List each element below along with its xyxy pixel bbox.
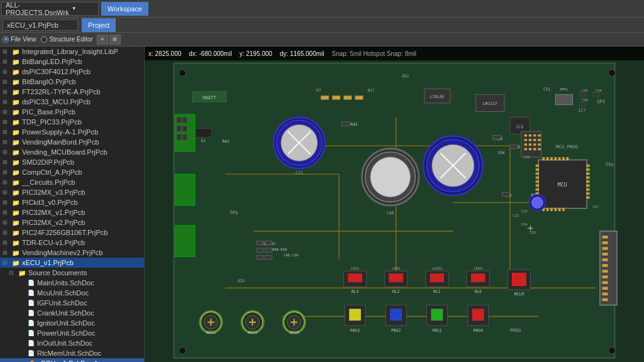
svg-rect-160 <box>472 309 484 321</box>
tree-item-dspic33[interactable]: ⊞ 📁 dsPIC33_MCU.PrjPcb <box>0 97 144 107</box>
tree-label: BitBangIO.PrjPcb <box>22 78 76 85</box>
tree-item-pic32mx-v2[interactable]: ⊞ 📁 PIC32MX_v2.PrjPcb <box>0 217 144 228</box>
tree-item-bitbangio[interactable]: ⊞ 📁 BitBangIO.PrjPcb <box>0 77 144 87</box>
svg-rect-144 <box>471 274 485 282</box>
svg-rect-140 <box>430 274 444 282</box>
svg-text:VBATT: VBATT <box>203 95 216 101</box>
svg-rect-107 <box>265 241 272 244</box>
doc-icon-main: 📄 <box>26 278 35 287</box>
structure-editor-radio[interactable]: Structure Editor <box>41 36 92 43</box>
folder-icon: 📁 <box>11 158 20 167</box>
tree-item-pickit3[interactable]: ⊞ 📁 PICkit3_v0.PrjPcb <box>0 197 144 207</box>
expand-icon: ⊞ <box>3 239 11 246</box>
tree-item-circuits[interactable]: ⊞ 📁 __Circuits.PrjPcb <box>0 177 144 187</box>
tree-item-vendingmcu[interactable]: ⊞ 📁 Vending_MCUBoard.PrjPcb <box>0 147 144 157</box>
svg-point-21 <box>370 157 410 197</box>
view-icon-btn-2[interactable]: ⊞ <box>109 35 121 45</box>
svg-rect-194 <box>533 139 536 141</box>
tree-item-vendingmachine[interactable]: ⊞ 📁 VendingMachinev2.PrjPcb <box>0 248 144 258</box>
svg-rect-108 <box>257 248 264 252</box>
tree-label: PICkit3_v0.PrjPcb <box>22 199 78 206</box>
svg-text:C57: C57 <box>592 205 599 209</box>
svg-rect-203 <box>538 148 541 150</box>
tree-label-inoutunit: InOutUnit.SchDoc <box>37 339 92 347</box>
tree-item-source-docs[interactable]: ⊟ 📁 Source Documents <box>0 268 144 278</box>
workspace-button[interactable]: Workspace <box>101 2 148 16</box>
svg-text:TPS: TPS <box>230 210 238 216</box>
expand-icon: ⊞ <box>3 169 11 175</box>
svg-point-98 <box>531 197 543 208</box>
tree-item-bitbangled[interactable]: ⊞ 📁 BitBangLED.PrjPcb <box>0 57 144 67</box>
view-icon-btn-1[interactable]: ≡ <box>97 35 108 45</box>
doc-icon-mcu: 📄 <box>26 288 35 297</box>
tree-item-powersupply[interactable]: ⊞ 📁 PowerSupply-A-1.PrjPcb <box>0 127 144 137</box>
tree-item-crankunit[interactable]: 📄 CrankUnit.SchDoc <box>0 308 144 318</box>
tree-item-pic32mx-v1[interactable]: ⊞ 📁 PIC32MX_v1.PrjPcb <box>0 207 144 217</box>
project-dropdown-label: ALL-PROJECTS.DsnWrk <box>6 1 69 16</box>
file-view-radio[interactable]: File View <box>3 36 36 43</box>
project-dropdown[interactable]: ALL-PROJECTS.DsnWrk ▼ <box>1 2 99 16</box>
svg-text:PBS2: PBS2 <box>391 328 401 332</box>
tree-item-pic24fj[interactable]: ⊞ 📁 PIC24FJ256GB106T.PrjPcb <box>0 228 144 238</box>
expand-icon: ⊞ <box>3 179 11 185</box>
tree-item-ft232rl[interactable]: ⊞ 📁 FT232RL-TYPE-A.PrjPcb <box>0 87 144 97</box>
svg-text:R42: R42 <box>350 122 358 126</box>
expand-icon: ⊞ <box>3 129 11 135</box>
pcb-status-bar: x: 2825.000 dx: -680.000mil y: 2195.000 … <box>145 47 644 60</box>
svg-rect-48 <box>536 172 539 175</box>
tree-item-igfunit[interactable]: 📄 IGFUnit.SchDoc <box>0 298 144 308</box>
expand-icon: ⊞ <box>3 209 11 216</box>
tree-label-xecu-pcb: xECU_v1.PcbDoc * <box>37 359 97 362</box>
tree-item-smd2dip[interactable]: ⊞ 📁 SMD2DIP.PrjPcb <box>0 157 144 167</box>
tree-item-tdr-ecu[interactable]: ⊞ 📁 TDR-ECU-v1.PrjPcb <box>0 238 144 248</box>
svg-text:PBS1: PBS1 <box>432 328 441 332</box>
tree-item-xecu-v1[interactable]: ⊟ 📁 xECU_v1.PrjPcb <box>0 258 144 268</box>
coord-dy: dy: 1165.000mil <box>280 50 325 57</box>
project-button[interactable]: Project <box>82 18 116 32</box>
svg-rect-189 <box>529 134 532 137</box>
tree-item-mainunits[interactable]: 📄 MainUnits.SchDoc <box>0 278 144 288</box>
doc-icon-crank: 📄 <box>26 309 35 317</box>
svg-rect-69 <box>562 157 565 160</box>
tree-item-inoutunit[interactable]: 📄 InOutUnit.SchDoc <box>0 338 144 348</box>
tree-item-rtcmemunit[interactable]: 📄 RtcMemUnit.SchDoc <box>0 348 144 358</box>
svg-text:C11: C11 <box>296 170 303 175</box>
svg-rect-192 <box>524 139 527 141</box>
svg-rect-55 <box>586 165 589 167</box>
view-mode-group: File View Structure Editor <box>3 36 93 43</box>
tree-item-powerunit[interactable]: 📄 PowerUnit.SchDoc <box>0 328 144 338</box>
pcb-canvas-area[interactable]: x: 2825.000 dx: -680.000mil y: 2195.000 … <box>145 47 644 362</box>
tree-item-dspic30[interactable]: ⊞ 📁 dsPIC30F4012.PrjPcb <box>0 67 144 77</box>
coord-dx: dx: -680.000mil <box>189 50 231 57</box>
expand-icon: ⊟ <box>9 270 18 276</box>
tree-item-compctrl[interactable]: ⊞ 📁 CompCtrl_A.PrjPcb <box>0 167 144 177</box>
folder-icon: 📁 <box>11 128 20 136</box>
svg-text:C54: C54 <box>596 89 602 92</box>
svg-rect-29 <box>177 118 181 123</box>
svg-rect-91 <box>342 122 350 126</box>
svg-text:C40 C39: C40 C39 <box>284 253 298 257</box>
svg-text:SPI: SPI <box>597 99 605 104</box>
svg-rect-50 <box>536 180 539 183</box>
svg-rect-70 <box>567 157 569 160</box>
tree-item-tdr-pic33[interactable]: ⊞ 📁 TDR_PIC33.PrjPcb <box>0 117 144 127</box>
tree-item-vendingmain[interactable]: ⊞ 📁 VendingMainBord.PrjPcb <box>0 137 144 147</box>
tree-item-mcuunit[interactable]: 📄 McuUnit.SchDoc <box>0 288 144 298</box>
tree-label: dsPIC33_MCU.PrjPcb <box>22 98 91 106</box>
svg-rect-198 <box>533 143 536 146</box>
svg-text:C25: C25 <box>530 231 536 234</box>
svg-text:L78L05: L78L05 <box>430 94 444 99</box>
svg-rect-66 <box>550 157 553 160</box>
tree-label-rtcmemunit: RtcMemUnit.SchDoc <box>37 349 101 357</box>
tree-item-ignitorunit[interactable]: 📄 IgnitorUnit.SchDoc <box>0 318 144 328</box>
pcb-icon-xecu: 🔶 <box>26 359 35 362</box>
tree-item-pic-base[interactable]: ⊞ 📁 PIC_Base.PrjPcb <box>0 107 144 117</box>
svg-text:SOW: SOW <box>497 150 505 155</box>
svg-rect-106 <box>257 241 264 244</box>
svg-rect-57 <box>586 172 589 175</box>
tree-item-pic32mx-v3[interactable]: ⊞ 📁 PIC32MX_v3.PrjPcb <box>0 187 144 197</box>
tree-item-integrated-library[interactable]: ⊞ 📁 Integrated_Library_Insight.LibP <box>0 47 144 57</box>
tree-item-xecu-pcbdoc[interactable]: 🔶 xECU_v1.PcbDoc * <box>0 358 144 362</box>
expand-icon: ⊟ <box>3 260 11 266</box>
svg-point-179 <box>609 347 616 354</box>
